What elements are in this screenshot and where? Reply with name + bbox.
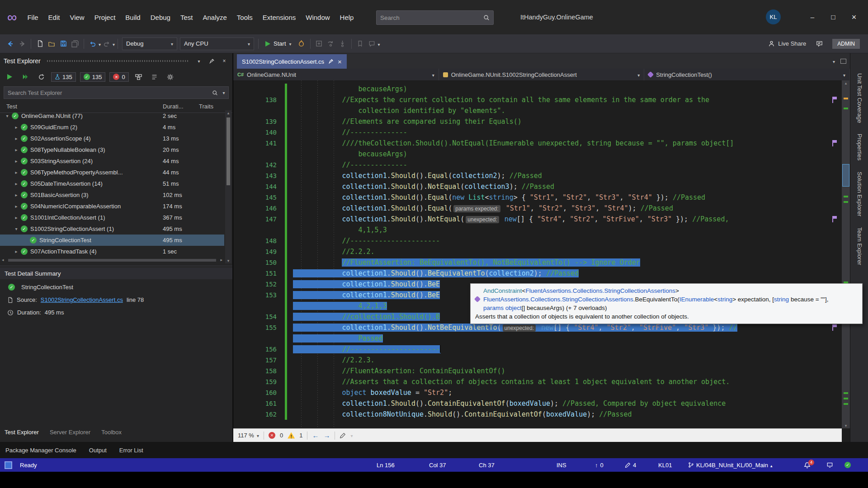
code-line[interactable]: 138 //Expects the current collection to … <box>233 94 842 105</box>
branch-button[interactable]: KL/04B_NUnit_KL/00_Main <box>688 458 773 472</box>
minimize-button[interactable] <box>802 0 823 34</box>
test-tree-row[interactable]: StringCollectionTest495 ms <box>0 235 224 246</box>
test-tree-horizontal-scrollbar[interactable] <box>2 258 222 263</box>
code-line[interactable]: 144 collection1.Should().NotEqual(collec… <box>233 181 842 192</box>
test-tree-row[interactable]: S03StringAssertion (24)44 ms <box>0 155 224 167</box>
screen-share-icon[interactable] <box>826 458 833 472</box>
tool-window-tab-toolbox[interactable]: Toolbox <box>101 429 122 436</box>
scrollbar-thumb[interactable] <box>226 117 230 185</box>
navigate-forward-icon[interactable] <box>16 38 28 50</box>
notifications-button[interactable]: 4 <box>804 458 811 472</box>
zoom-select[interactable]: 117 % <box>238 432 259 439</box>
editor-scrollbar[interactable] <box>842 80 850 428</box>
code-line[interactable]: 150 //FluentAssertion: BeEquivalentTo(),… <box>233 257 842 268</box>
admin-badge[interactable]: ADMIN <box>832 39 860 49</box>
solution-platform-select[interactable]: Any CPU <box>180 38 254 50</box>
test-tree-row[interactable]: S07ActionThreadTask (4)1 sec <box>0 246 224 257</box>
tree-expander-icon[interactable] <box>13 159 20 164</box>
viewport-indicator[interactable] <box>842 164 849 187</box>
pin-icon[interactable] <box>328 59 334 64</box>
tree-expander-icon[interactable] <box>13 170 20 175</box>
menu-edit[interactable]: Edit <box>43 14 65 21</box>
test-search-input[interactable] <box>4 89 210 96</box>
code-line[interactable]: 141 ////theCollection.Should().NotEqual(… <box>233 138 842 149</box>
failed-tests-badge[interactable]: 0 <box>109 72 128 82</box>
run-all-tests-icon[interactable] <box>19 71 31 83</box>
navigate-forward-error-icon[interactable]: → <box>323 432 330 439</box>
column-test[interactable]: Test <box>6 103 17 110</box>
save-icon[interactable] <box>57 38 69 50</box>
tree-expander-icon[interactable] <box>13 204 20 209</box>
background-tasks-icon[interactable] <box>5 458 12 472</box>
tree-expander-icon[interactable] <box>13 226 20 231</box>
start-debugging-button[interactable]: Start <box>261 40 296 47</box>
window-position-icon[interactable] <box>194 56 203 66</box>
menu-view[interactable]: View <box>65 14 89 21</box>
navigate-back-error-icon[interactable]: ← <box>312 432 319 439</box>
test-tree-row[interactable]: S01BasicAssertion (3)102 ms <box>0 189 224 201</box>
maximize-button[interactable] <box>823 0 844 34</box>
pin-icon[interactable] <box>207 56 216 66</box>
step-over-icon[interactable] <box>325 38 337 50</box>
tree-expander-icon[interactable] <box>13 125 20 130</box>
redo-icon[interactable] <box>101 38 113 50</box>
menu-extensions[interactable]: Extensions <box>258 14 301 21</box>
right-tab-solution-explorer[interactable]: Solution Explorer <box>856 172 863 216</box>
code-line[interactable]: 156 //---------------------- <box>233 344 842 355</box>
code-line[interactable]: 139 //Elements are compared using their … <box>233 116 842 127</box>
tree-expander-icon[interactable] <box>13 147 20 152</box>
code-line[interactable]: 142 //-------------- <box>233 160 842 170</box>
test-search-box[interactable] <box>4 86 229 99</box>
sync-status-icon[interactable] <box>844 458 851 472</box>
code-line[interactable]: 151 collection1.Should().BeEquivalentTo(… <box>233 268 842 279</box>
test-tree-row[interactable]: S05DateTimeAssertion (14)51 ms <box>0 178 224 189</box>
panel-tab-package-manager-console[interactable]: Package Manager Console <box>5 447 76 454</box>
code-line[interactable]: 143 collection1.Should().Equal(collectio… <box>233 170 842 181</box>
new-file-icon[interactable] <box>34 38 46 50</box>
code-line[interactable]: 162 collection8NotUnique.Should().Contai… <box>233 409 842 420</box>
tree-expander-icon[interactable] <box>13 181 20 186</box>
tree-expander-icon[interactable] <box>13 249 20 254</box>
test-tree-row[interactable]: OnlineGame.NUnit (77)2 sec <box>0 110 224 122</box>
code-line[interactable]: 160 object boxedValue = "Str2"; <box>233 387 842 398</box>
code-line[interactable]: 149 //2.2.2. <box>233 246 842 257</box>
code-line[interactable]: 159 //Asserts that a collection of objec… <box>233 376 842 387</box>
code-line[interactable]: collection identified by "elements". <box>233 105 842 116</box>
warning-icon[interactable] <box>288 432 295 439</box>
status-character[interactable]: Ch 37 <box>479 458 495 472</box>
status-insert-mode[interactable]: INS <box>557 458 566 472</box>
test-tree-row[interactable]: S1002StringCollectionAssert (1)495 ms <box>0 223 224 235</box>
incoming-commits-button[interactable]: ↑ 0 <box>595 458 604 472</box>
source-file-link[interactable]: S1002StringCollectionAssert.cs <box>41 296 123 303</box>
solution-configuration-select[interactable]: Debug <box>122 38 177 50</box>
repository-button[interactable]: KL01 <box>658 458 672 472</box>
toolbar-overflow-icon[interactable] <box>378 40 380 48</box>
error-icon[interactable] <box>269 432 275 439</box>
file-tab[interactable]: S1002StringCollectionAssert.cs <box>237 54 347 69</box>
run-test-icon[interactable] <box>4 71 15 83</box>
status-column[interactable]: Col 37 <box>429 458 446 472</box>
drag-handle[interactable] <box>47 60 188 62</box>
code-line[interactable]: 140 //-------------- <box>233 127 842 138</box>
close-window-button[interactable] <box>844 0 864 34</box>
redo-dropdown-icon[interactable] <box>113 40 115 48</box>
step-into-icon[interactable] <box>337 38 349 50</box>
test-tree-row[interactable]: S1001IntCollectionAssert (1)367 ms <box>0 212 224 223</box>
code-line[interactable]: 147 collection1.Should().NotEqual(unexpe… <box>233 214 842 225</box>
menu-project[interactable]: Project <box>90 14 121 21</box>
code-area[interactable]: becauseArgs)138 //Expects the current co… <box>233 84 842 420</box>
quick-launch-input[interactable] <box>377 14 483 21</box>
panel-divider[interactable] <box>0 266 232 266</box>
code-line[interactable]: Passed <box>233 333 842 344</box>
test-tree-row[interactable]: S09GuidEnum (2)4 ms <box>0 122 224 133</box>
menu-file[interactable]: File <box>22 14 43 21</box>
right-tab-unit-test-coverage[interactable]: Unit Test Coverage <box>856 73 863 123</box>
repeat-run-icon[interactable] <box>35 71 47 83</box>
error-count[interactable]: 0 <box>280 432 283 439</box>
feedback-icon[interactable] <box>813 38 825 50</box>
save-all-icon[interactable] <box>69 38 81 50</box>
tree-expander-icon[interactable] <box>13 215 20 220</box>
close-tab-icon[interactable] <box>338 58 342 66</box>
right-tab-properties[interactable]: Properties <box>856 134 863 160</box>
menu-help[interactable]: Help <box>335 14 359 21</box>
